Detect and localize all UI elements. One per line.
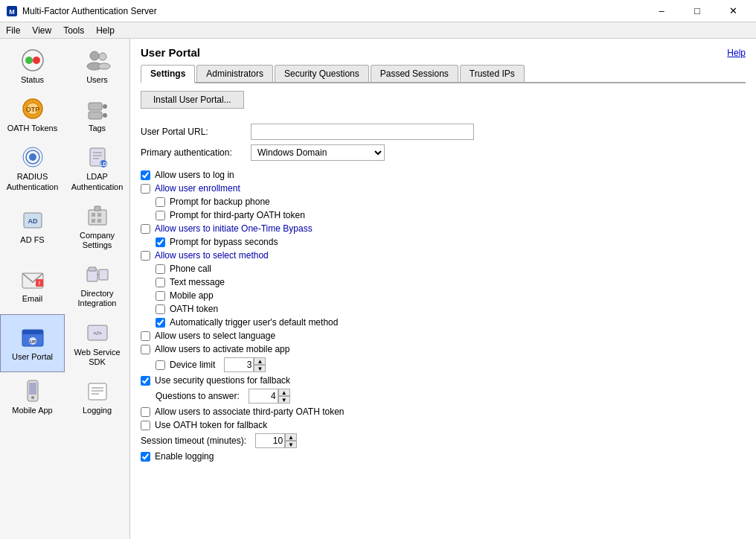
tab-settings[interactable]: Settings bbox=[141, 65, 195, 83]
oath-token-label: OATH token bbox=[170, 304, 218, 314]
sidebar-label-mobileapp: Mobile App bbox=[12, 406, 52, 415]
svg-rect-31 bbox=[97, 219, 101, 223]
sidebar-item-tags[interactable]: Tags bbox=[65, 90, 129, 138]
menu-file[interactable]: File bbox=[0, 24, 26, 37]
sidebar-label-adfs: AD FS bbox=[20, 235, 44, 245]
allow-select-language-label: Allow users to select language bbox=[155, 331, 275, 341]
sidebar-item-webservice[interactable]: </> Web Service SDK bbox=[65, 314, 129, 372]
menu-view[interactable]: View bbox=[26, 24, 57, 37]
install-button[interactable]: Install User Portal... bbox=[141, 91, 244, 109]
minimize-button[interactable]: – bbox=[644, 0, 679, 22]
auto-trigger-row: Automatically trigger user's default met… bbox=[156, 317, 746, 328]
allow-enrollment-checkbox[interactable] bbox=[141, 184, 150, 194]
tabs-bar: Settings Administrators Security Questio… bbox=[141, 65, 746, 83]
allow-onetimebypass-checkbox[interactable] bbox=[141, 224, 150, 234]
allow-select-method-checkbox[interactable] bbox=[141, 251, 150, 261]
sidebar-label-company: Company Settings bbox=[68, 231, 126, 250]
session-timeout-input[interactable]: 10 bbox=[255, 433, 285, 448]
device-limit-checkbox[interactable] bbox=[156, 360, 165, 370]
svg-rect-32 bbox=[94, 206, 100, 211]
sidebar-item-userportal[interactable]: UP User Portal bbox=[0, 314, 65, 372]
mobile-app-row: Mobile app bbox=[156, 290, 746, 301]
tab-trusted-ips[interactable]: Trusted IPs bbox=[460, 65, 525, 82]
sidebar-label-radius: RADIUS Authentication bbox=[4, 172, 61, 191]
sidebar-item-logging[interactable]: Logging bbox=[65, 372, 129, 421]
svg-point-4 bbox=[33, 57, 40, 64]
allow-third-party-oath-checkbox[interactable] bbox=[141, 407, 150, 417]
sidebar-item-adfs[interactable]: AD AD FS bbox=[0, 197, 65, 255]
prompt-backup-phone-row: Prompt for backup phone bbox=[156, 197, 746, 207]
logging-icon bbox=[84, 377, 111, 404]
tab-security-questions[interactable]: Security Questions bbox=[275, 65, 369, 82]
use-security-questions-label: Use security questions for fallback bbox=[155, 375, 290, 386]
svg-text:</>: </> bbox=[93, 330, 102, 337]
allow-activate-mobile-row: Allow users to activate mobile app bbox=[141, 344, 746, 354]
svg-point-16 bbox=[29, 153, 36, 161]
use-security-questions-row: Use security questions for fallback bbox=[141, 375, 746, 386]
oath-token-checkbox[interactable] bbox=[156, 304, 165, 314]
sidebar-item-oath-tokens[interactable]: OTP OATH Tokens bbox=[0, 90, 65, 138]
tab-administrators[interactable]: Administrators bbox=[196, 65, 273, 82]
auto-trigger-checkbox[interactable] bbox=[156, 318, 165, 328]
svg-rect-30 bbox=[92, 219, 95, 223]
svg-text:!: ! bbox=[38, 281, 39, 286]
device-limit-down[interactable]: ▼ bbox=[254, 365, 266, 372]
window-controls: – □ ✕ bbox=[644, 0, 750, 22]
device-limit-input[interactable]: 3 bbox=[224, 357, 254, 372]
use-oath-fallback-label: Use OATH token for fallback bbox=[155, 420, 267, 430]
sidebar-item-users[interactable]: Users bbox=[65, 42, 129, 90]
questions-to-answer-input[interactable]: 4 bbox=[249, 389, 278, 404]
sidebar-item-ldap[interactable]: LD LDAP Authentication bbox=[65, 138, 129, 197]
sidebar: Status Users bbox=[0, 39, 130, 539]
device-limit-spinner: 3 ▲ ▼ bbox=[224, 357, 266, 372]
tab-passed-sessions[interactable]: Passed Sessions bbox=[371, 65, 458, 82]
device-limit-up[interactable]: ▲ bbox=[254, 357, 266, 365]
menu-help[interactable]: Help bbox=[90, 24, 121, 37]
questions-up[interactable]: ▲ bbox=[278, 389, 290, 396]
session-timeout-down[interactable]: ▼ bbox=[285, 441, 297, 448]
sidebar-item-radius[interactable]: RADIUS Authentication bbox=[0, 138, 65, 197]
svg-text:AD: AD bbox=[28, 217, 37, 225]
svg-point-48 bbox=[31, 396, 34, 399]
prompt-bypass-seconds-row: Prompt for bypass seconds bbox=[156, 237, 746, 247]
status-icon bbox=[19, 47, 46, 74]
sidebar-item-email[interactable]: ! Email bbox=[0, 255, 65, 313]
use-security-questions-checkbox[interactable] bbox=[141, 376, 150, 386]
allow-third-party-oath-label: Allow users to associate third-party OAT… bbox=[155, 406, 345, 417]
maximize-button[interactable]: □ bbox=[680, 0, 714, 22]
session-timeout-spinner: 10 ▲ ▼ bbox=[255, 433, 297, 448]
allow-login-checkbox[interactable] bbox=[141, 170, 150, 180]
allow-onetimebypass-row: Allow users to initiate One-Time Bypass bbox=[141, 223, 746, 234]
primary-auth-select[interactable]: Windows Domain RADIUS LDAP None bbox=[251, 144, 385, 161]
phone-call-checkbox[interactable] bbox=[156, 264, 165, 274]
sidebar-label-logging: Logging bbox=[83, 406, 112, 415]
allow-onetimebypass-label: Allow users to initiate One-Time Bypass bbox=[155, 223, 313, 234]
allow-enrollment-label: Allow user enrollment bbox=[155, 183, 240, 194]
phone-call-row: Phone call bbox=[156, 264, 746, 274]
sidebar-item-mobileapp[interactable]: Mobile App bbox=[0, 372, 65, 421]
menu-tools[interactable]: Tools bbox=[57, 24, 90, 37]
help-link[interactable]: Help bbox=[727, 48, 746, 58]
use-oath-fallback-checkbox[interactable] bbox=[141, 421, 150, 430]
svg-point-3 bbox=[25, 57, 33, 64]
url-input[interactable] bbox=[251, 124, 474, 140]
sidebar-item-directory[interactable]: Directory Integration bbox=[65, 255, 129, 313]
svg-rect-47 bbox=[29, 383, 36, 395]
prompt-backup-phone-checkbox[interactable] bbox=[156, 197, 165, 207]
close-button[interactable]: ✕ bbox=[716, 0, 750, 22]
questions-down[interactable]: ▼ bbox=[278, 396, 290, 404]
sidebar-label-directory: Directory Integration bbox=[68, 289, 126, 308]
prompt-backup-phone-label: Prompt for backup phone bbox=[170, 197, 270, 207]
session-timeout-up[interactable]: ▲ bbox=[285, 433, 297, 441]
mobile-app-checkbox[interactable] bbox=[156, 291, 165, 301]
prompt-bypass-seconds-checkbox[interactable] bbox=[156, 237, 165, 247]
prompt-third-party-checkbox[interactable] bbox=[156, 211, 165, 220]
sidebar-item-company[interactable]: Company Settings bbox=[65, 197, 129, 255]
allow-activate-mobile-checkbox[interactable] bbox=[141, 345, 150, 354]
enable-logging-checkbox[interactable] bbox=[141, 452, 150, 462]
svg-rect-37 bbox=[89, 267, 96, 271]
svg-text:OTP: OTP bbox=[25, 106, 39, 113]
sidebar-item-status[interactable]: Status bbox=[0, 42, 65, 90]
allow-select-language-checkbox[interactable] bbox=[141, 331, 150, 341]
text-message-checkbox[interactable] bbox=[156, 278, 165, 287]
